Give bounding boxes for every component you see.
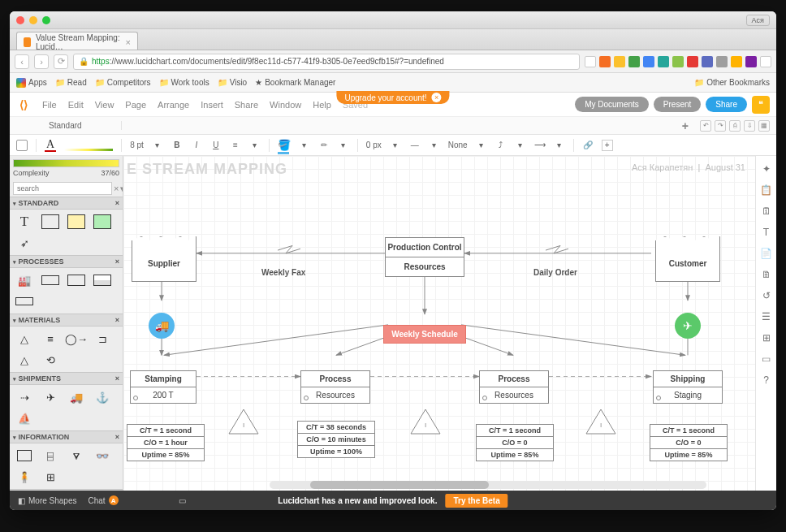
operator-shape[interactable]: 🧍 (13, 468, 36, 486)
ext-icon[interactable] (702, 56, 713, 67)
font-size-field[interactable]: 8 pt (130, 139, 144, 152)
page-tab-standard[interactable]: Standard (10, 121, 122, 130)
rect-shape[interactable] (39, 213, 62, 231)
minimize-chat-button[interactable]: ▭ (179, 496, 186, 505)
master-icon[interactable]: ⊞ (760, 331, 773, 344)
truck-icon[interactable]: 🚚 (149, 313, 175, 339)
font-slider[interactable] (64, 149, 113, 151)
share-button[interactable]: Share (706, 97, 747, 112)
history-icon[interactable]: ↺ (760, 289, 773, 302)
supermarket-shape[interactable]: ⊐ (91, 330, 114, 348)
safety-shape[interactable]: △ (13, 351, 36, 369)
line-width-field[interactable]: 0 px (366, 139, 382, 152)
process1-data[interactable]: C/T = 38 seconds C/O = 10 minutes Uptime… (297, 421, 375, 458)
shipping-node[interactable]: Shipping Staging (653, 370, 723, 404)
apps-shortcut[interactable]: Apps (16, 78, 47, 88)
menu-file[interactable]: File (42, 100, 57, 110)
ext-icon[interactable] (643, 56, 654, 67)
section-shipments[interactable]: ▾ SHIPMENTS× (10, 372, 123, 385)
fill-color-button[interactable]: 🪣 (278, 139, 291, 152)
section-information[interactable]: ▾ INFORMATION× (10, 430, 123, 443)
daily-order-label[interactable]: Daily Order (533, 268, 577, 277)
section-processes[interactable]: ▾ PROCESSES× (10, 255, 123, 268)
calendar-icon[interactable]: 🗓 (760, 205, 773, 218)
upgrade-banner[interactable]: Upgrade your account! × (336, 91, 449, 104)
canvas[interactable]: E STREAM MAPPING Ася Карапетян | August … (123, 156, 755, 491)
section-materials[interactable]: ▾ MATERIALS× (10, 314, 123, 327)
process2-node[interactable]: Process Resources (479, 370, 549, 404)
section-standard[interactable]: ▾ STANDARD× (10, 197, 123, 210)
text-shape[interactable]: T (13, 213, 36, 231)
horizontal-scrollbar[interactable] (270, 481, 706, 489)
sparkle-icon[interactable]: ✦ (760, 162, 773, 175)
chevron-down-icon[interactable]: ▾ (554, 139, 565, 152)
pointer-shape[interactable]: ➶ (13, 234, 36, 252)
signal-shape[interactable]: ⛛ (65, 447, 88, 465)
clipboard-icon[interactable]: 📋 (760, 184, 773, 197)
add-field-icon[interactable]: + (602, 140, 613, 151)
production-control-node[interactable]: Production Control Resources (385, 237, 464, 277)
menu-page[interactable]: Page (125, 100, 146, 110)
supplier-node[interactable]: Supplier (132, 245, 196, 282)
forward-button[interactable]: › (34, 54, 49, 69)
buffer-shape[interactable]: ≡ (39, 330, 62, 348)
weekly-schedule-node[interactable]: Weekly Schedule (383, 325, 466, 344)
inventory-triangle[interactable]: I (227, 408, 260, 435)
close-icon[interactable]: × (115, 433, 119, 441)
clear-search-icon[interactable]: × (114, 184, 119, 193)
italic-button[interactable]: I (191, 139, 202, 152)
chevron-down-icon[interactable]: ▾ (299, 139, 310, 152)
note-green-shape[interactable] (91, 213, 114, 231)
line-color-button[interactable]: ✏ (318, 139, 330, 152)
ext-icon[interactable] (628, 56, 640, 67)
bookmark-folder-visio[interactable]: 📁Visio (218, 78, 248, 87)
minimize-window-button[interactable] (29, 16, 37, 24)
close-icon[interactable]: × (115, 374, 119, 383)
print-icon[interactable]: ⎙ (729, 120, 741, 132)
factory-shape[interactable]: 🏭 (13, 271, 36, 289)
other-bookmarks-button[interactable]: 📁Other Bookmarks (694, 78, 770, 87)
star-bookmark-icon[interactable] (585, 56, 596, 67)
browser-tab[interactable]: Value Stream Mapping: Lucid… × (16, 32, 138, 50)
process1-node[interactable]: Process Resources (300, 370, 370, 404)
chevron-down-icon[interactable]: ▾ (476, 139, 487, 152)
process2-data[interactable]: C/T = 1 second C/O = 0 Uptime = 85% (476, 424, 554, 461)
bookmark-folder-read[interactable]: 📁Read (55, 78, 87, 87)
close-window-button[interactable] (16, 16, 24, 24)
page-icon[interactable]: 📄 (760, 247, 773, 260)
underline-button[interactable]: U (210, 139, 222, 152)
close-icon[interactable]: × (115, 257, 119, 266)
menu-arrange[interactable]: Arrange (158, 100, 189, 110)
chevron-down-icon[interactable]: ▾ (152, 139, 163, 152)
airplane-icon[interactable]: ✈ (675, 313, 701, 339)
ext-icon[interactable] (599, 56, 611, 67)
chevron-down-icon[interactable]: ▾ (338, 139, 349, 152)
menu-insert[interactable]: Insert (201, 100, 223, 110)
shipping-data[interactable]: C/T = 1 second C/O = 0 Uptime = 85% (650, 424, 728, 461)
bold-button[interactable]: B (171, 139, 183, 152)
align-button[interactable]: ≡ (230, 139, 241, 152)
ext-icon[interactable] (658, 56, 669, 67)
menu-view[interactable]: View (95, 100, 114, 110)
kanban-shape[interactable] (13, 447, 36, 465)
inventory-shape[interactable]: △ (13, 330, 36, 348)
forklift-shape[interactable]: ⚓ (91, 388, 114, 406)
back-button[interactable]: ‹ (15, 54, 29, 69)
close-icon[interactable]: × (115, 199, 119, 207)
chevron-down-icon[interactable]: ▾ (515, 139, 526, 152)
try-beta-button[interactable]: Try the Beta (445, 494, 507, 508)
reload-button[interactable]: ⟳ (54, 54, 68, 69)
text-tool-icon[interactable]: T (760, 226, 773, 239)
present-button[interactable]: Present (654, 97, 701, 112)
ext-icon[interactable] (672, 56, 684, 67)
zoom-window-button[interactable] (42, 16, 50, 24)
chevron-down-icon[interactable]: ▾ (249, 139, 261, 152)
ext-icon[interactable] (745, 56, 757, 67)
inventory-triangle[interactable]: I (409, 408, 442, 435)
menu-help[interactable]: Help (313, 100, 331, 110)
chevron-down-icon[interactable]: ▾ (390, 139, 401, 152)
line-solid-icon[interactable]: — (409, 139, 421, 152)
bookmark-manager-link[interactable]: ★Bookmark Manager (255, 78, 335, 87)
pull-shape[interactable]: ⟲ (39, 351, 62, 369)
menu-edit[interactable]: Edit (68, 100, 84, 110)
